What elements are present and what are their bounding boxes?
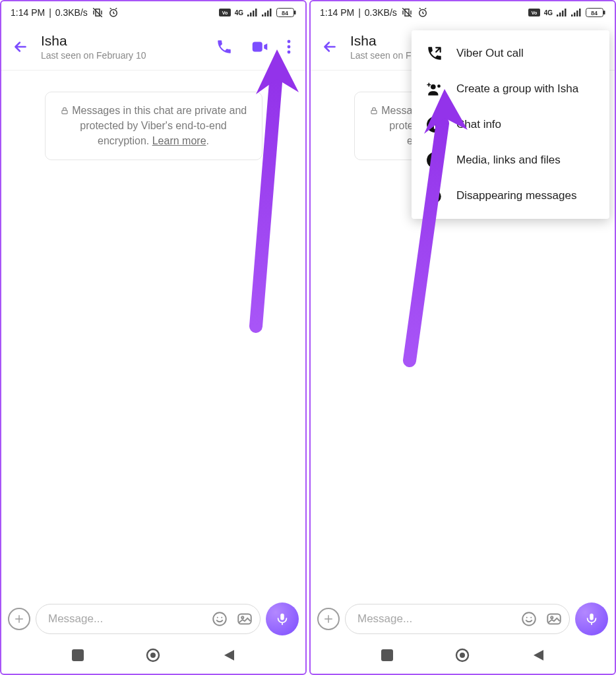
vibrate-icon xyxy=(92,7,104,18)
back-icon[interactable] xyxy=(12,38,29,55)
svg-point-41 xyxy=(437,84,441,88)
media-icon xyxy=(426,152,443,169)
nav-back-icon[interactable] xyxy=(532,649,544,662)
svg-rect-30 xyxy=(562,11,564,16)
svg-text:84: 84 xyxy=(591,10,598,16)
vibrate-icon xyxy=(401,7,413,18)
signal-icon-1 xyxy=(247,9,258,16)
svg-rect-14 xyxy=(253,42,262,52)
chat-body[interactable]: Messages in this chat are private and pr… xyxy=(1,71,305,597)
nav-home-icon[interactable] xyxy=(146,648,160,662)
menu-viber-out-call[interactable]: Viber Out call xyxy=(412,36,609,71)
svg-rect-33 xyxy=(574,13,576,16)
svg-text:84: 84 xyxy=(282,10,288,16)
gallery-icon[interactable] xyxy=(236,610,253,628)
svg-rect-22 xyxy=(72,649,84,661)
menu-media-links-files[interactable]: Media, links and files xyxy=(412,142,609,178)
audio-call-icon[interactable] xyxy=(216,38,233,55)
svg-point-55 xyxy=(460,653,465,658)
svg-rect-18 xyxy=(62,110,67,113)
svg-rect-3 xyxy=(247,15,249,16)
alarm-icon xyxy=(417,7,429,18)
nav-recents-icon[interactable] xyxy=(381,649,393,661)
encryption-notice: Messages in this chat are private and pr… xyxy=(45,92,262,160)
video-call-icon[interactable] xyxy=(250,37,270,57)
message-input[interactable] xyxy=(357,612,512,626)
svg-rect-39 xyxy=(371,110,377,113)
status-bar: 1:14 PM | 0.3KB/s Vo 4G 84 xyxy=(1,1,305,24)
svg-point-52 xyxy=(551,616,553,618)
attach-button[interactable] xyxy=(8,608,30,630)
status-netspeed: 0.3KB/s xyxy=(365,7,397,18)
nav-back-icon[interactable] xyxy=(223,649,235,662)
nav-recents-icon[interactable] xyxy=(72,649,84,661)
menu-create-group[interactable]: Create a group with Isha xyxy=(412,71,609,107)
svg-point-21 xyxy=(241,616,243,618)
nav-home-icon[interactable] xyxy=(455,648,470,662)
learn-more-link[interactable]: Learn more xyxy=(152,135,206,146)
gallery-icon[interactable] xyxy=(545,610,563,628)
svg-rect-49 xyxy=(433,188,437,190)
android-nav-bar xyxy=(1,641,305,674)
svg-point-19 xyxy=(213,612,226,626)
more-options-icon[interactable] xyxy=(287,39,291,55)
status-bar: 1:14 PM | 0.3KB/s Vo 4G 84 xyxy=(311,1,615,24)
lock-icon xyxy=(369,106,379,115)
svg-rect-12 xyxy=(294,11,296,15)
annotation-arrow xyxy=(236,43,302,333)
message-composer xyxy=(311,597,615,641)
battery-icon: 84 xyxy=(276,8,296,17)
voice-message-button[interactable] xyxy=(266,602,299,635)
create-group-icon xyxy=(426,80,443,98)
svg-rect-5 xyxy=(253,11,255,16)
status-time: 1:14 PM xyxy=(11,7,45,18)
svg-point-24 xyxy=(150,653,156,658)
message-input-wrap xyxy=(36,604,261,634)
message-input-wrap xyxy=(345,604,570,634)
svg-rect-29 xyxy=(559,13,561,16)
voice-message-button[interactable] xyxy=(575,602,608,635)
svg-rect-34 xyxy=(576,11,578,16)
network-4g: 4G xyxy=(235,9,243,16)
svg-rect-6 xyxy=(255,9,257,16)
volte-icon: Vo xyxy=(528,9,540,16)
chat-header: Isha Last seen on February 10 xyxy=(1,24,305,70)
back-icon[interactable] xyxy=(321,38,338,55)
last-seen-text: Last seen on February 10 xyxy=(41,50,204,61)
svg-rect-10 xyxy=(270,9,272,16)
svg-point-16 xyxy=(288,45,291,49)
svg-rect-9 xyxy=(267,11,269,16)
status-time: 1:14 PM xyxy=(320,7,354,18)
contact-name[interactable]: Isha xyxy=(41,33,204,49)
svg-text:Vo: Vo xyxy=(531,11,536,15)
svg-rect-20 xyxy=(238,614,251,624)
signal-icon-2 xyxy=(571,9,582,16)
svg-rect-37 xyxy=(603,11,605,15)
lock-icon xyxy=(60,106,69,115)
svg-point-17 xyxy=(288,51,291,54)
svg-rect-7 xyxy=(262,15,264,16)
battery-icon: 84 xyxy=(586,8,605,17)
screenshot-after: 1:14 PM | 0.3KB/s Vo 4G 84 Isha Last see… xyxy=(309,0,616,675)
signal-icon-2 xyxy=(262,9,272,16)
svg-text:Vo: Vo xyxy=(222,11,227,15)
svg-rect-53 xyxy=(381,649,393,661)
emoji-icon[interactable] xyxy=(211,610,228,628)
menu-chat-info[interactable]: Chat info xyxy=(412,107,609,142)
emoji-icon[interactable] xyxy=(520,610,538,628)
svg-rect-8 xyxy=(264,13,266,16)
svg-rect-4 xyxy=(250,13,252,16)
screenshot-before: 1:14 PM | 0.3KB/s Vo 4G 84 Isha Last see… xyxy=(0,0,307,675)
svg-point-47 xyxy=(433,159,435,161)
status-netspeed: 0.3KB/s xyxy=(55,7,88,18)
svg-rect-51 xyxy=(547,614,561,624)
svg-point-44 xyxy=(433,120,435,122)
svg-rect-31 xyxy=(565,9,567,16)
volte-icon: Vo xyxy=(219,9,231,16)
message-input[interactable] xyxy=(48,612,203,626)
viber-out-icon xyxy=(426,45,443,62)
menu-disappearing-messages[interactable]: Disappearing messages xyxy=(412,178,609,214)
info-icon xyxy=(426,116,443,133)
svg-rect-35 xyxy=(579,9,581,16)
attach-button[interactable] xyxy=(317,608,340,630)
